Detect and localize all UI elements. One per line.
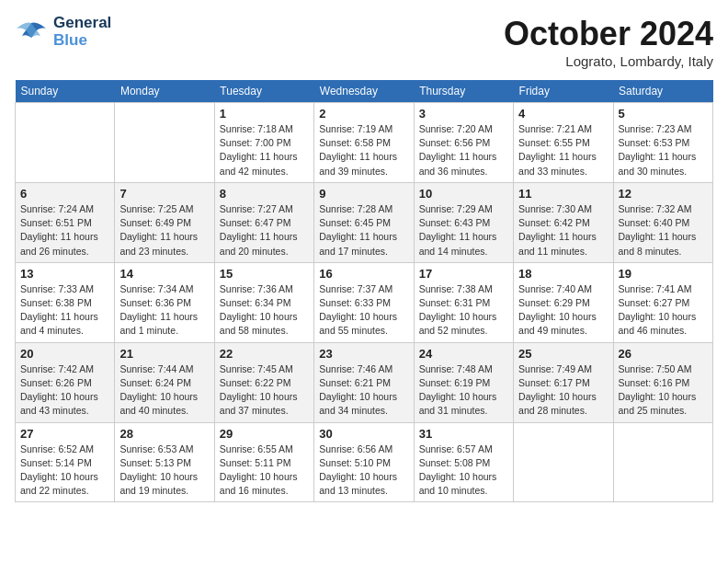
day-number: 24: [419, 347, 508, 361]
page-header: General Blue October 2024 Lograto, Lomba…: [15, 15, 713, 69]
day-info: Sunrise: 7:40 AM Sunset: 6:29 PM Dayligh…: [518, 282, 608, 339]
calendar-cell: 30Sunrise: 6:56 AM Sunset: 5:10 PM Dayli…: [314, 422, 414, 502]
day-number: 6: [20, 187, 109, 201]
logo-text: General Blue: [53, 15, 111, 49]
calendar-cell: [16, 103, 115, 183]
title-block: October 2024 Lograto, Lombardy, Italy: [504, 15, 713, 69]
weekday-header-sunday: Sunday: [16, 80, 115, 103]
day-info: Sunrise: 7:36 AM Sunset: 6:34 PM Dayligh…: [220, 282, 309, 339]
location-text: Lograto, Lombardy, Italy: [504, 53, 713, 69]
calendar-cell: 9Sunrise: 7:28 AM Sunset: 6:45 PM Daylig…: [314, 182, 414, 262]
calendar-cell: 25Sunrise: 7:49 AM Sunset: 6:17 PM Dayli…: [514, 342, 613, 422]
calendar-cell: [613, 422, 712, 502]
day-info: Sunrise: 7:46 AM Sunset: 6:21 PM Dayligh…: [319, 362, 408, 419]
day-info: Sunrise: 7:23 AM Sunset: 6:53 PM Dayligh…: [619, 122, 708, 178]
weekday-header-monday: Monday: [115, 80, 214, 103]
day-number: 7: [119, 187, 209, 201]
day-info: Sunrise: 7:29 AM Sunset: 6:43 PM Dayligh…: [419, 202, 508, 259]
weekday-header-saturday: Saturday: [613, 80, 712, 103]
calendar-cell: 14Sunrise: 7:34 AM Sunset: 6:36 PM Dayli…: [115, 262, 214, 342]
calendar-cell: 2Sunrise: 7:19 AM Sunset: 6:58 PM Daylig…: [314, 103, 414, 183]
calendar-cell: 29Sunrise: 6:55 AM Sunset: 5:11 PM Dayli…: [214, 422, 313, 502]
day-number: 27: [20, 427, 109, 441]
weekday-header-wednesday: Wednesday: [314, 80, 414, 103]
day-number: 13: [20, 267, 109, 281]
day-info: Sunrise: 7:44 AM Sunset: 6:24 PM Dayligh…: [119, 362, 209, 419]
calendar-cell: 1Sunrise: 7:18 AM Sunset: 7:00 PM Daylig…: [214, 103, 313, 183]
day-number: 19: [619, 267, 708, 281]
day-number: 26: [619, 347, 708, 361]
day-info: Sunrise: 7:21 AM Sunset: 6:55 PM Dayligh…: [518, 122, 608, 178]
day-info: Sunrise: 7:18 AM Sunset: 7:00 PM Dayligh…: [220, 122, 309, 178]
calendar-week-row: 6Sunrise: 7:24 AM Sunset: 6:51 PM Daylig…: [16, 182, 713, 262]
day-number: 21: [119, 347, 209, 361]
day-number: 1: [220, 107, 309, 121]
day-number: 30: [319, 427, 408, 441]
calendar-cell: 16Sunrise: 7:37 AM Sunset: 6:33 PM Dayli…: [314, 262, 414, 342]
day-info: Sunrise: 6:52 AM Sunset: 5:14 PM Dayligh…: [20, 442, 109, 499]
day-info: Sunrise: 7:49 AM Sunset: 6:17 PM Dayligh…: [518, 362, 608, 419]
day-number: 8: [220, 187, 309, 201]
calendar-cell: 20Sunrise: 7:42 AM Sunset: 6:26 PM Dayli…: [16, 342, 115, 422]
day-number: 18: [518, 267, 608, 281]
calendar-cell: 3Sunrise: 7:20 AM Sunset: 6:56 PM Daylig…: [414, 103, 513, 183]
day-info: Sunrise: 7:37 AM Sunset: 6:33 PM Dayligh…: [319, 282, 408, 339]
day-info: Sunrise: 6:57 AM Sunset: 5:08 PM Dayligh…: [419, 442, 508, 499]
month-title: October 2024: [504, 15, 713, 53]
day-info: Sunrise: 6:53 AM Sunset: 5:13 PM Dayligh…: [119, 442, 209, 499]
day-number: 22: [220, 347, 309, 361]
day-info: Sunrise: 7:41 AM Sunset: 6:27 PM Dayligh…: [619, 282, 708, 339]
day-number: 25: [518, 347, 608, 361]
day-info: Sunrise: 7:27 AM Sunset: 6:47 PM Dayligh…: [220, 202, 309, 259]
calendar-week-row: 1Sunrise: 7:18 AM Sunset: 7:00 PM Daylig…: [16, 103, 713, 183]
day-info: Sunrise: 7:24 AM Sunset: 6:51 PM Dayligh…: [20, 202, 109, 259]
day-info: Sunrise: 7:20 AM Sunset: 6:56 PM Dayligh…: [419, 122, 508, 178]
calendar-cell: 22Sunrise: 7:45 AM Sunset: 6:22 PM Dayli…: [214, 342, 313, 422]
calendar-cell: 24Sunrise: 7:48 AM Sunset: 6:19 PM Dayli…: [414, 342, 513, 422]
day-info: Sunrise: 6:55 AM Sunset: 5:11 PM Dayligh…: [220, 442, 309, 499]
calendar-cell: 15Sunrise: 7:36 AM Sunset: 6:34 PM Dayli…: [214, 262, 313, 342]
calendar-cell: [115, 103, 214, 183]
day-info: Sunrise: 7:50 AM Sunset: 6:16 PM Dayligh…: [619, 362, 708, 419]
day-number: 11: [518, 187, 608, 201]
weekday-header-tuesday: Tuesday: [214, 80, 313, 103]
day-info: Sunrise: 7:38 AM Sunset: 6:31 PM Dayligh…: [419, 282, 508, 339]
day-info: Sunrise: 6:56 AM Sunset: 5:10 PM Dayligh…: [319, 442, 408, 499]
calendar-cell: 27Sunrise: 6:52 AM Sunset: 5:14 PM Dayli…: [16, 422, 115, 502]
day-info: Sunrise: 7:28 AM Sunset: 6:45 PM Dayligh…: [319, 202, 408, 259]
day-number: 4: [518, 107, 608, 121]
day-number: 10: [419, 187, 508, 201]
day-number: 16: [319, 267, 408, 281]
calendar-cell: 12Sunrise: 7:32 AM Sunset: 6:40 PM Dayli…: [613, 182, 712, 262]
day-info: Sunrise: 7:45 AM Sunset: 6:22 PM Dayligh…: [220, 362, 309, 419]
calendar-cell: 4Sunrise: 7:21 AM Sunset: 6:55 PM Daylig…: [514, 103, 613, 183]
calendar-cell: 19Sunrise: 7:41 AM Sunset: 6:27 PM Dayli…: [613, 262, 712, 342]
calendar-cell: 6Sunrise: 7:24 AM Sunset: 6:51 PM Daylig…: [16, 182, 115, 262]
calendar-cell: 8Sunrise: 7:27 AM Sunset: 6:47 PM Daylig…: [214, 182, 313, 262]
day-info: Sunrise: 7:34 AM Sunset: 6:36 PM Dayligh…: [119, 282, 209, 339]
weekday-header-thursday: Thursday: [414, 80, 513, 103]
day-number: 17: [419, 267, 508, 281]
day-number: 5: [619, 107, 708, 121]
day-info: Sunrise: 7:33 AM Sunset: 6:38 PM Dayligh…: [20, 282, 109, 339]
calendar-cell: 7Sunrise: 7:25 AM Sunset: 6:49 PM Daylig…: [115, 182, 214, 262]
day-info: Sunrise: 7:32 AM Sunset: 6:40 PM Dayligh…: [619, 202, 708, 259]
calendar-cell: 11Sunrise: 7:30 AM Sunset: 6:42 PM Dayli…: [514, 182, 613, 262]
day-number: 28: [119, 427, 209, 441]
calendar-week-row: 20Sunrise: 7:42 AM Sunset: 6:26 PM Dayli…: [16, 342, 713, 422]
day-info: Sunrise: 7:30 AM Sunset: 6:42 PM Dayligh…: [518, 202, 608, 259]
day-number: 9: [319, 187, 408, 201]
day-number: 14: [119, 267, 209, 281]
calendar-cell: 5Sunrise: 7:23 AM Sunset: 6:53 PM Daylig…: [613, 103, 712, 183]
weekday-header-row: SundayMondayTuesdayWednesdayThursdayFrid…: [16, 80, 713, 103]
day-info: Sunrise: 7:42 AM Sunset: 6:26 PM Dayligh…: [20, 362, 109, 419]
day-info: Sunrise: 7:25 AM Sunset: 6:49 PM Dayligh…: [119, 202, 209, 259]
day-number: 23: [319, 347, 408, 361]
calendar-cell: 10Sunrise: 7:29 AM Sunset: 6:43 PM Dayli…: [414, 182, 513, 262]
day-number: 12: [619, 187, 708, 201]
calendar-cell: 18Sunrise: 7:40 AM Sunset: 6:29 PM Dayli…: [514, 262, 613, 342]
calendar-week-row: 13Sunrise: 7:33 AM Sunset: 6:38 PM Dayli…: [16, 262, 713, 342]
calendar-cell: [514, 422, 613, 502]
day-info: Sunrise: 7:19 AM Sunset: 6:58 PM Dayligh…: [319, 122, 408, 178]
calendar-cell: 21Sunrise: 7:44 AM Sunset: 6:24 PM Dayli…: [115, 342, 214, 422]
